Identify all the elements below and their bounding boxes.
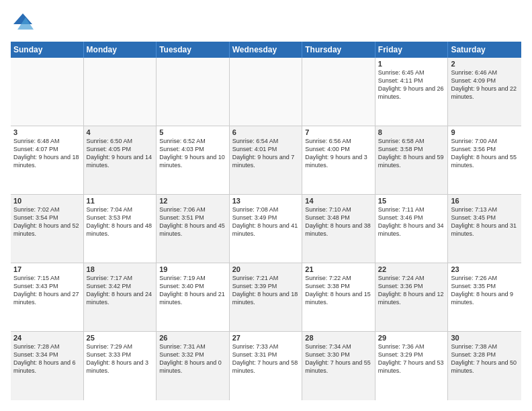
- day-number: 9: [451, 128, 519, 136]
- calendar-cell: 29Sunrise: 7:36 AM Sunset: 3:29 PM Dayli…: [375, 332, 449, 400]
- day-number: 30: [451, 334, 519, 342]
- day-info: Sunrise: 6:45 AM Sunset: 4:11 PM Dayligh…: [378, 68, 445, 101]
- calendar-week-row: 24Sunrise: 7:28 AM Sunset: 3:34 PM Dayli…: [11, 332, 521, 400]
- day-info: Sunrise: 7:38 AM Sunset: 3:28 PM Dayligh…: [451, 342, 519, 375]
- day-info: Sunrise: 7:10 AM Sunset: 3:48 PM Dayligh…: [305, 205, 372, 238]
- calendar-cell: [11, 58, 84, 126]
- calendar: SundayMondayTuesdayWednesdayThursdayFrid…: [11, 42, 521, 400]
- day-number: 7: [305, 128, 372, 136]
- calendar-header-cell: Tuesday: [157, 42, 230, 58]
- calendar-cell: 7Sunrise: 6:56 AM Sunset: 4:00 PM Daylig…: [302, 126, 375, 194]
- calendar-cell: [230, 58, 303, 126]
- calendar-cell: 24Sunrise: 7:28 AM Sunset: 3:34 PM Dayli…: [11, 332, 84, 400]
- day-info: Sunrise: 6:54 AM Sunset: 4:01 PM Dayligh…: [232, 137, 300, 170]
- day-number: 13: [232, 197, 300, 205]
- calendar-cell: 22Sunrise: 7:24 AM Sunset: 3:36 PM Dayli…: [375, 263, 449, 331]
- calendar-cell: 30Sunrise: 7:38 AM Sunset: 3:28 PM Dayli…: [448, 332, 521, 400]
- calendar-header-cell: Thursday: [302, 42, 375, 58]
- calendar-cell: 25Sunrise: 7:29 AM Sunset: 3:33 PM Dayli…: [84, 332, 157, 400]
- page: SundayMondayTuesdayWednesdayThursdayFrid…: [0, 0, 532, 411]
- calendar-body: 1Sunrise: 6:45 AM Sunset: 4:11 PM Daylig…: [11, 58, 521, 400]
- logo-icon: [11, 11, 35, 35]
- calendar-cell: 9Sunrise: 7:00 AM Sunset: 3:56 PM Daylig…: [448, 126, 521, 194]
- day-info: Sunrise: 6:50 AM Sunset: 4:05 PM Dayligh…: [87, 137, 154, 170]
- day-info: Sunrise: 7:24 AM Sunset: 3:36 PM Dayligh…: [378, 274, 445, 307]
- calendar-header-cell: Saturday: [448, 42, 521, 58]
- day-number: 8: [378, 128, 445, 136]
- day-info: Sunrise: 7:00 AM Sunset: 3:56 PM Dayligh…: [451, 137, 519, 170]
- day-info: Sunrise: 6:52 AM Sunset: 4:03 PM Dayligh…: [159, 137, 226, 170]
- day-info: Sunrise: 7:26 AM Sunset: 3:35 PM Dayligh…: [451, 274, 519, 307]
- day-number: 12: [159, 197, 226, 205]
- calendar-cell: 2Sunrise: 6:46 AM Sunset: 4:09 PM Daylig…: [448, 58, 521, 126]
- day-info: Sunrise: 7:13 AM Sunset: 3:45 PM Dayligh…: [451, 205, 519, 238]
- day-info: Sunrise: 7:29 AM Sunset: 3:33 PM Dayligh…: [87, 342, 154, 375]
- calendar-week-row: 1Sunrise: 6:45 AM Sunset: 4:11 PM Daylig…: [11, 58, 521, 126]
- header: [11, 11, 521, 35]
- day-number: 1: [378, 60, 445, 68]
- day-info: Sunrise: 7:15 AM Sunset: 3:43 PM Dayligh…: [13, 274, 81, 307]
- calendar-cell: 3Sunrise: 6:48 AM Sunset: 4:07 PM Daylig…: [11, 126, 84, 194]
- calendar-header-cell: Friday: [375, 42, 449, 58]
- day-info: Sunrise: 7:11 AM Sunset: 3:46 PM Dayligh…: [378, 205, 445, 238]
- day-info: Sunrise: 7:28 AM Sunset: 3:34 PM Dayligh…: [13, 342, 81, 375]
- day-info: Sunrise: 7:34 AM Sunset: 3:30 PM Dayligh…: [305, 342, 372, 375]
- logo: [11, 11, 38, 35]
- day-number: 3: [13, 128, 81, 136]
- day-number: 22: [378, 265, 445, 273]
- day-number: 15: [378, 197, 445, 205]
- calendar-cell: 13Sunrise: 7:08 AM Sunset: 3:49 PM Dayli…: [230, 195, 303, 263]
- day-number: 2: [451, 60, 519, 68]
- calendar-cell: 8Sunrise: 6:58 AM Sunset: 3:58 PM Daylig…: [375, 126, 449, 194]
- calendar-week-row: 10Sunrise: 7:02 AM Sunset: 3:54 PM Dayli…: [11, 195, 521, 263]
- calendar-cell: 12Sunrise: 7:06 AM Sunset: 3:51 PM Dayli…: [157, 195, 230, 263]
- calendar-cell: [302, 58, 375, 126]
- calendar-cell: 23Sunrise: 7:26 AM Sunset: 3:35 PM Dayli…: [448, 263, 521, 331]
- day-number: 26: [159, 334, 226, 342]
- day-number: 16: [451, 197, 519, 205]
- calendar-header-cell: Wednesday: [230, 42, 303, 58]
- calendar-cell: 20Sunrise: 7:21 AM Sunset: 3:39 PM Dayli…: [230, 263, 303, 331]
- day-info: Sunrise: 6:48 AM Sunset: 4:07 PM Dayligh…: [13, 137, 81, 170]
- calendar-cell: 10Sunrise: 7:02 AM Sunset: 3:54 PM Dayli…: [11, 195, 84, 263]
- day-number: 23: [451, 265, 519, 273]
- calendar-cell: 5Sunrise: 6:52 AM Sunset: 4:03 PM Daylig…: [157, 126, 230, 194]
- day-number: 21: [305, 265, 372, 273]
- day-info: Sunrise: 6:46 AM Sunset: 4:09 PM Dayligh…: [451, 68, 519, 101]
- calendar-cell: 1Sunrise: 6:45 AM Sunset: 4:11 PM Daylig…: [375, 58, 449, 126]
- day-info: Sunrise: 7:21 AM Sunset: 3:39 PM Dayligh…: [232, 274, 300, 307]
- calendar-cell: 16Sunrise: 7:13 AM Sunset: 3:45 PM Dayli…: [448, 195, 521, 263]
- day-number: 20: [232, 265, 300, 273]
- calendar-cell: 26Sunrise: 7:31 AM Sunset: 3:32 PM Dayli…: [157, 332, 230, 400]
- calendar-week-row: 17Sunrise: 7:15 AM Sunset: 3:43 PM Dayli…: [11, 263, 521, 332]
- calendar-cell: 14Sunrise: 7:10 AM Sunset: 3:48 PM Dayli…: [302, 195, 375, 263]
- day-info: Sunrise: 7:06 AM Sunset: 3:51 PM Dayligh…: [159, 205, 226, 238]
- day-info: Sunrise: 7:33 AM Sunset: 3:31 PM Dayligh…: [232, 342, 300, 375]
- day-info: Sunrise: 7:19 AM Sunset: 3:40 PM Dayligh…: [159, 274, 226, 307]
- day-number: 17: [13, 265, 81, 273]
- day-info: Sunrise: 7:36 AM Sunset: 3:29 PM Dayligh…: [378, 342, 445, 375]
- day-info: Sunrise: 7:04 AM Sunset: 3:53 PM Dayligh…: [87, 205, 154, 238]
- calendar-cell: 18Sunrise: 7:17 AM Sunset: 3:42 PM Dayli…: [84, 263, 157, 331]
- day-number: 25: [87, 334, 154, 342]
- day-number: 5: [159, 128, 226, 136]
- calendar-cell: 4Sunrise: 6:50 AM Sunset: 4:05 PM Daylig…: [84, 126, 157, 194]
- calendar-cell: 15Sunrise: 7:11 AM Sunset: 3:46 PM Dayli…: [375, 195, 449, 263]
- day-number: 4: [87, 128, 154, 136]
- day-number: 19: [159, 265, 226, 273]
- day-number: 11: [87, 197, 154, 205]
- day-info: Sunrise: 7:31 AM Sunset: 3:32 PM Dayligh…: [159, 342, 226, 375]
- calendar-cell: 21Sunrise: 7:22 AM Sunset: 3:38 PM Dayli…: [302, 263, 375, 331]
- calendar-cell: [157, 58, 230, 126]
- day-number: 10: [13, 197, 81, 205]
- day-info: Sunrise: 7:17 AM Sunset: 3:42 PM Dayligh…: [87, 274, 154, 307]
- calendar-cell: [84, 58, 157, 126]
- calendar-cell: 19Sunrise: 7:19 AM Sunset: 3:40 PM Dayli…: [157, 263, 230, 331]
- day-number: 14: [305, 197, 372, 205]
- day-info: Sunrise: 6:56 AM Sunset: 4:00 PM Dayligh…: [305, 137, 372, 170]
- calendar-cell: 27Sunrise: 7:33 AM Sunset: 3:31 PM Dayli…: [230, 332, 303, 400]
- day-info: Sunrise: 7:22 AM Sunset: 3:38 PM Dayligh…: [305, 274, 372, 307]
- day-info: Sunrise: 6:58 AM Sunset: 3:58 PM Dayligh…: [378, 137, 445, 170]
- day-number: 6: [232, 128, 300, 136]
- day-number: 29: [378, 334, 445, 342]
